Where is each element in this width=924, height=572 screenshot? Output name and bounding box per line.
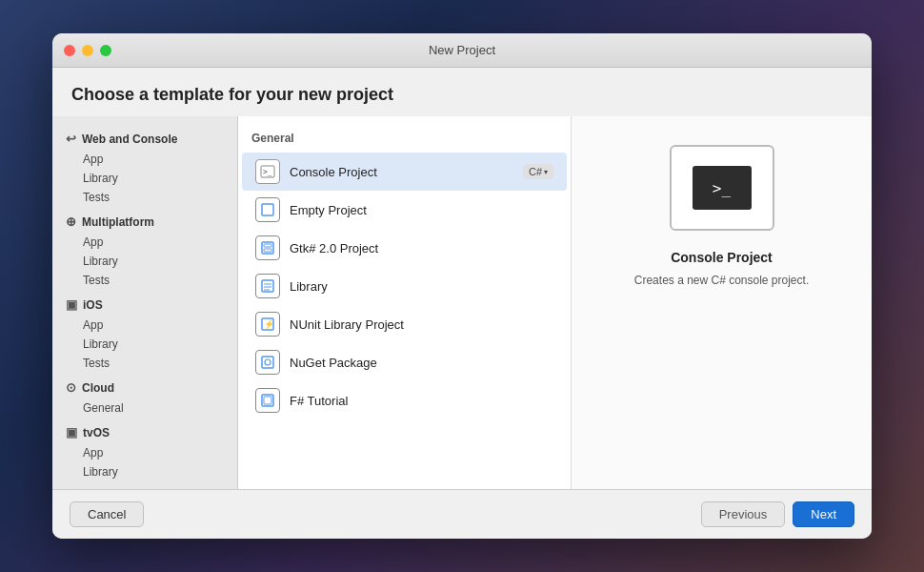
sidebar-item-mp-tests[interactable]: Tests	[52, 271, 237, 290]
sidebar-item-tvos-app[interactable]: App	[52, 443, 237, 462]
sidebar-item-ios-tests[interactable]: Tests	[52, 354, 237, 373]
preview-panel: >_ Console Project Creates a new C# cons…	[572, 116, 872, 489]
library-label: Library	[290, 279, 553, 294]
svg-rect-12	[262, 357, 273, 368]
template-item-nunit[interactable]: ⚡ NUnit Library Project	[242, 305, 567, 343]
preview-description: Creates a new C# console project.	[634, 273, 809, 289]
sidebar-item-wc-library[interactable]: Library	[52, 169, 237, 188]
gtk-project-label: Gtk# 2.0 Project	[290, 241, 553, 255]
template-item-nuget[interactable]: NuGet Package	[242, 343, 567, 381]
language-badge[interactable]: C# ▾	[523, 164, 553, 179]
nunit-icon: ⚡	[255, 312, 280, 337]
library-icon	[255, 274, 280, 298]
preview-icon-box: >_	[670, 145, 774, 231]
sidebar-section-ios[interactable]: ▣ iOS	[52, 290, 237, 316]
svg-rect-15	[264, 397, 271, 404]
sidebar-section-multiplatform[interactable]: ⊕ Multiplatform	[52, 207, 237, 233]
nunit-label: NUnit Library Project	[290, 317, 553, 332]
sidebar-item-ios-app[interactable]: App	[52, 316, 237, 335]
template-item-empty-project[interactable]: Empty Project	[242, 191, 567, 229]
sidebar: ↩ Web and Console App Library Tests ⊕ Mu…	[52, 116, 238, 489]
sidebar-section-label-tvos: tvOS	[83, 426, 110, 439]
tvos-icon: ▣	[66, 425, 77, 439]
svg-rect-2	[262, 204, 273, 215]
fsharp-label: F# Tutorial	[290, 394, 553, 408]
sidebar-item-cloud-general[interactable]: General	[52, 398, 237, 418]
next-button[interactable]: Next	[793, 501, 854, 527]
sidebar-section-tvos[interactable]: ▣ tvOS	[52, 418, 237, 443]
ios-icon: ▣	[66, 297, 77, 312]
terminal-text: >_	[713, 179, 731, 197]
main-area: ↩ Web and Console App Library Tests ⊕ Mu…	[52, 116, 872, 489]
template-item-library[interactable]: Library	[242, 267, 567, 305]
titlebar: New Project	[52, 33, 872, 68]
sidebar-section-label-ios: iOS	[83, 298, 103, 312]
sidebar-item-mp-library[interactable]: Library	[52, 252, 237, 271]
svg-rect-4	[264, 244, 271, 247]
template-list: General >_ Console Project C# ▾	[238, 116, 572, 489]
maximize-button[interactable]	[100, 45, 111, 56]
minimize-button[interactable]	[82, 45, 93, 56]
nuget-label: NuGet Package	[290, 356, 553, 370]
multiplatform-icon: ⊕	[66, 214, 76, 229]
window-title: New Project	[429, 43, 495, 57]
fsharp-icon	[255, 388, 280, 413]
page-title: Choose a template for your new project	[52, 68, 872, 116]
sidebar-item-ios-library[interactable]: Library	[52, 335, 237, 354]
template-item-console-project[interactable]: >_ Console Project C# ▾	[242, 153, 567, 191]
sidebar-item-wc-app[interactable]: App	[52, 150, 237, 169]
sidebar-section-label-web-console: Web and Console	[82, 133, 177, 146]
svg-point-13	[265, 359, 271, 365]
right-panel: General >_ Console Project C# ▾	[238, 116, 872, 489]
nuget-icon	[255, 350, 280, 375]
traffic-lights	[64, 45, 111, 56]
console-project-icon: >_	[255, 159, 280, 184]
console-project-label: Console Project	[290, 165, 523, 179]
sidebar-section-web-console[interactable]: ↩ Web and Console	[52, 124, 237, 150]
sidebar-item-wc-tests[interactable]: Tests	[52, 188, 237, 207]
new-project-window: New Project Choose a template for your n…	[52, 33, 872, 539]
web-console-icon: ↩	[66, 132, 76, 146]
sidebar-section-other[interactable]: ⊙ Other	[52, 481, 237, 489]
cancel-button[interactable]: Cancel	[70, 501, 144, 527]
cloud-icon: ⊙	[66, 380, 76, 395]
preview-title: Console Project	[671, 250, 773, 265]
gtk-project-icon	[255, 235, 280, 260]
window-content: Choose a template for your new project ↩…	[52, 68, 872, 539]
empty-project-label: Empty Project	[290, 203, 553, 217]
sidebar-section-cloud[interactable]: ⊙ Cloud	[52, 373, 237, 398]
template-item-fsharp[interactable]: F# Tutorial	[242, 381, 567, 419]
svg-text:>_: >_	[263, 168, 272, 176]
preview-terminal-icon: >_	[693, 166, 752, 210]
footer: Cancel Previous Next	[52, 489, 872, 539]
template-item-gtk-project[interactable]: Gtk# 2.0 Project	[242, 229, 567, 267]
svg-text:⚡: ⚡	[264, 318, 275, 330]
previous-button[interactable]: Previous	[701, 501, 786, 527]
sidebar-section-label-cloud: Cloud	[82, 381, 114, 395]
svg-rect-5	[264, 249, 271, 252]
sidebar-section-label-multiplatform: Multiplatform	[82, 215, 154, 229]
language-dropdown-arrow: ▾	[544, 168, 548, 176]
sidebar-item-mp-app[interactable]: App	[52, 233, 237, 252]
close-button[interactable]	[64, 45, 75, 56]
template-section-general: General	[238, 128, 571, 153]
sidebar-item-tvos-library[interactable]: Library	[52, 462, 237, 481]
footer-right-buttons: Previous Next	[701, 501, 854, 527]
empty-project-icon	[255, 197, 280, 222]
language-label: C#	[529, 166, 542, 177]
